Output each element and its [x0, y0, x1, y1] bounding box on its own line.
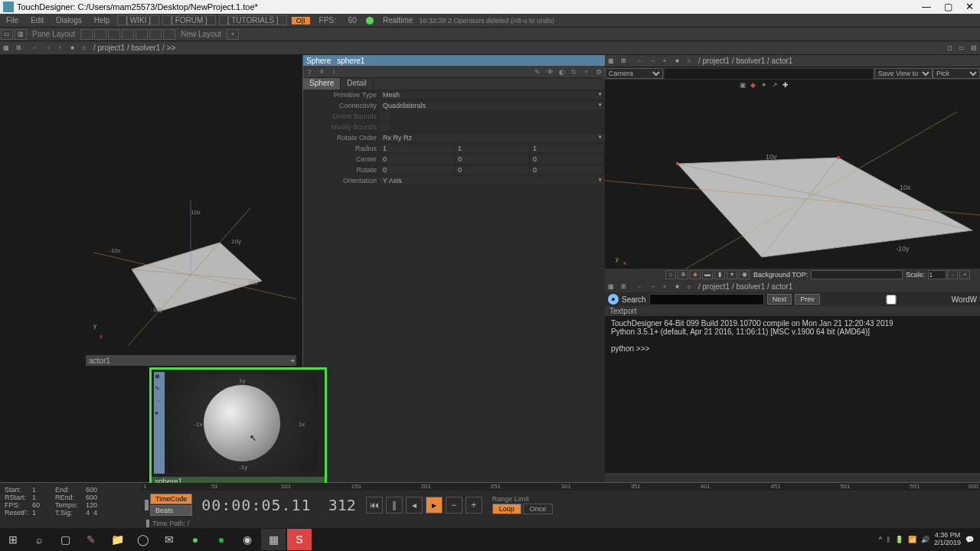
- pane-type-icon[interactable]: ▦: [1, 44, 11, 53]
- split-icon[interactable]: ⊞: [13, 44, 24, 53]
- taskbar-obs[interactable]: ◉: [235, 529, 260, 550]
- rotate-z[interactable]: 0: [530, 166, 605, 174]
- rotate-x[interactable]: 0: [380, 166, 455, 174]
- tp-fwd[interactable]: →: [647, 282, 658, 291]
- timeline-start-handle[interactable]: [145, 500, 149, 510]
- timecode-mode[interactable]: TimeCode: [150, 494, 192, 504]
- layout-btn-1[interactable]: ▭: [1, 29, 13, 40]
- pane-opt-1[interactable]: ◻: [944, 44, 955, 53]
- flag-icon[interactable]: ●: [155, 409, 164, 420]
- orientation-dropdown[interactable]: Y Axis: [380, 177, 605, 184]
- edit-icon[interactable]: ✎: [155, 385, 164, 396]
- taskview-icon[interactable]: ▢: [53, 529, 77, 550]
- up-icon[interactable]: ↑: [54, 44, 65, 53]
- camera-path-field[interactable]: [665, 69, 873, 79]
- radius-y[interactable]: 1: [455, 145, 530, 152]
- timecode-display[interactable]: 00:00:05.11: [194, 496, 318, 514]
- reload-icon[interactable]: ↻: [569, 67, 580, 77]
- shade-icon[interactable]: ▬: [702, 270, 713, 279]
- tray-notifications-icon[interactable]: 💬: [965, 536, 974, 543]
- new-layout-add[interactable]: +: [227, 29, 239, 40]
- edit-param-icon[interactable]: ✎: [532, 67, 543, 77]
- tp-add[interactable]: +: [659, 282, 670, 291]
- new-layout-label[interactable]: New Layout: [176, 30, 226, 38]
- textport-scrollbar[interactable]: [605, 473, 980, 482]
- display-opt-icon[interactable]: ▾: [727, 270, 737, 279]
- power-toggle[interactable]: O|I: [292, 17, 310, 24]
- node-actor1[interactable]: 10y -10x 10x -10y 10z x y actor1 +: [86, 193, 296, 354]
- rotate-order-dropdown[interactable]: Rx Ry Rz: [380, 134, 605, 142]
- scale-field[interactable]: [928, 270, 946, 279]
- scale-inc[interactable]: +: [959, 270, 970, 279]
- tab-detail[interactable]: Detail: [341, 78, 374, 90]
- preset-6[interactable]: [149, 29, 162, 40]
- rview-path[interactable]: / project1 / bsolver1 / actor1: [695, 57, 795, 65]
- home-icon[interactable]: ⌂: [79, 44, 90, 53]
- rview-fwd[interactable]: →: [647, 57, 658, 66]
- minimize-button[interactable]: —: [916, 0, 937, 14]
- tab-sphere[interactable]: Sphere: [303, 78, 341, 90]
- modify-bounds-toggle[interactable]: [380, 122, 390, 131]
- timeline-ruler[interactable]: 1 51 101 151 201 251 301 351 401 451 501…: [142, 483, 980, 491]
- preset-7[interactable]: [163, 29, 175, 40]
- frame-display[interactable]: 312: [321, 496, 364, 514]
- preset-3[interactable]: [108, 29, 120, 40]
- tray-battery-icon[interactable]: 🔋: [895, 536, 903, 543]
- orient-bounds-toggle[interactable]: [380, 112, 390, 120]
- loop-button[interactable]: Loop: [492, 504, 521, 514]
- add-icon[interactable]: +: [581, 67, 592, 77]
- frame-icon[interactable]: ⊕: [678, 270, 688, 279]
- normals-icon[interactable]: ▮: [714, 270, 725, 279]
- taskbar-touchdesigner[interactable]: ▦: [261, 529, 286, 550]
- home-view-icon[interactable]: ⌂: [665, 270, 676, 279]
- search-input[interactable]: [649, 294, 764, 305]
- actor-plus-icon[interactable]: +: [290, 357, 295, 365]
- search-next[interactable]: Next: [767, 294, 792, 305]
- geometry-viewer[interactable]: Camera Save View to Pick ▣ ◆ ✦ ↗ ✚ 1: [605, 67, 980, 280]
- tray-volume-icon[interactable]: 🔊: [921, 536, 929, 543]
- connectivity-dropdown[interactable]: Quadrilaterals: [380, 102, 605, 109]
- tray-wifi-icon[interactable]: 📶: [908, 536, 916, 543]
- path-text[interactable]: / project1 / bsolver1 / >>: [90, 44, 178, 52]
- link-tutorials[interactable]: [ TUTORIALS ]: [219, 15, 287, 25]
- play-rev-button[interactable]: ◂: [406, 497, 423, 514]
- time-path[interactable]: Time Path: /: [142, 519, 980, 528]
- link-icon[interactable]: 👁: [544, 67, 555, 77]
- rview-back[interactable]: ←: [635, 57, 645, 66]
- search-globe-icon[interactable]: ●: [608, 294, 619, 305]
- preset-1[interactable]: [80, 29, 93, 40]
- help-icon[interactable]: ?: [304, 67, 315, 77]
- menu-file[interactable]: File: [0, 16, 24, 24]
- tp-path[interactable]: / project1 / bsolver1 / actor1: [695, 282, 795, 291]
- taskbar-explorer[interactable]: 📁: [105, 529, 129, 550]
- scale-dec[interactable]: -: [947, 270, 958, 279]
- menu-help[interactable]: Help: [88, 16, 116, 24]
- network-editor[interactable]: 10y -10x 10x -10y 10z x y actor1 + ◉ ✎ →…: [0, 55, 302, 482]
- tp-back[interactable]: ←: [635, 282, 645, 291]
- rview-star[interactable]: ★: [671, 57, 682, 66]
- step-back-button[interactable]: −: [446, 497, 462, 514]
- layout-btn-2[interactable]: ▥: [15, 29, 27, 40]
- taskbar-app-1[interactable]: ✎: [79, 529, 103, 550]
- radius-x[interactable]: 1: [380, 145, 455, 152]
- menu-dialogs[interactable]: Dialogs: [50, 16, 87, 24]
- search-icon[interactable]: ⌕: [27, 529, 51, 550]
- preset-5[interactable]: [136, 29, 148, 40]
- beats-mode[interactable]: Beats: [150, 505, 192, 516]
- tray-clock[interactable]: 4:36 PM 2/1/2019: [934, 532, 961, 547]
- lock-icon[interactable]: →: [155, 397, 164, 408]
- center-y[interactable]: 0: [455, 155, 530, 163]
- bookmark-icon[interactable]: ★: [67, 44, 77, 53]
- tp-home[interactable]: ⌂: [684, 282, 694, 291]
- step-fwd-button[interactable]: +: [466, 497, 482, 514]
- menu-edit[interactable]: Edit: [24, 16, 50, 24]
- center-x[interactable]: 0: [380, 155, 455, 163]
- rview-pane-icon[interactable]: ▦: [606, 57, 616, 66]
- rview-split-icon[interactable]: ⊞: [618, 57, 629, 66]
- taskbar-spotify[interactable]: ●: [209, 529, 234, 550]
- rview-home[interactable]: ⌂: [684, 57, 694, 66]
- taskbar-app-2[interactable]: ●: [183, 529, 207, 550]
- radius-z[interactable]: 1: [530, 145, 605, 152]
- bgtop-field[interactable]: [811, 270, 903, 279]
- taskbar-chrome[interactable]: ◯: [131, 529, 155, 550]
